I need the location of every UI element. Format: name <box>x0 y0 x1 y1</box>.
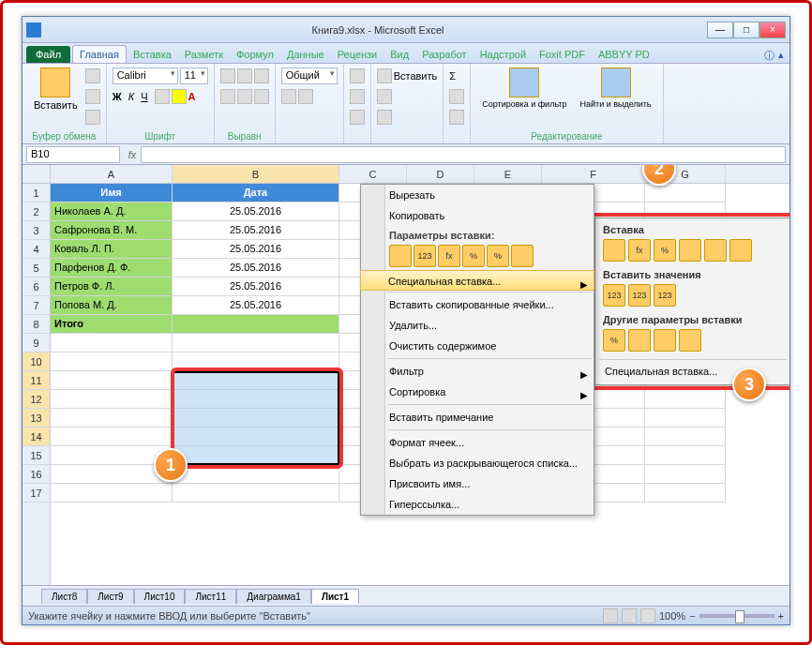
ctx-insert-comment[interactable]: Вставить примечание <box>361 407 594 428</box>
row-header[interactable]: 11 <box>23 371 50 390</box>
cut-icon[interactable] <box>85 68 100 83</box>
row-header[interactable]: 5 <box>23 259 50 278</box>
cell[interactable]: Парфенов Д. Ф. <box>51 259 173 278</box>
cell[interactable]: Попова М. Д. <box>51 296 173 315</box>
fill-icon[interactable] <box>449 89 464 104</box>
sheet-tab[interactable]: Лист9 <box>87 589 133 604</box>
percent-icon[interactable] <box>298 89 313 104</box>
find-select-button[interactable]: Найти и выделить <box>575 66 657 111</box>
submenu-other-icon[interactable]: % <box>603 329 625 352</box>
submenu-other-icon[interactable] <box>628 329 651 352</box>
submenu-values-icon[interactable]: 123 <box>654 284 676 307</box>
cell[interactable]: Николаев А. Д. <box>51 202 173 221</box>
cells-area[interactable]: ИмяДата Николаев А. Д.25.05.2016 Сафроно… <box>51 184 789 585</box>
file-tab[interactable]: Файл <box>26 46 70 63</box>
submenu-paste-icon[interactable] <box>603 239 625 262</box>
ctx-clear[interactable]: Очистить содержимое <box>361 336 594 356</box>
total-cell[interactable]: Итого <box>51 315 173 334</box>
copy-icon[interactable] <box>85 89 100 104</box>
cell[interactable]: 25.05.2016 <box>173 259 339 278</box>
cell[interactable]: Сафронова В. М. <box>51 221 173 240</box>
row-header[interactable]: 9 <box>23 334 50 352</box>
cell[interactable]: 25.05.2016 <box>173 278 339 296</box>
ctx-format-cells[interactable]: Формат ячеек... <box>361 432 594 453</box>
tab-developer[interactable]: Разработ <box>415 46 473 63</box>
view-normal-icon[interactable] <box>603 608 618 623</box>
cell[interactable]: 25.05.2016 <box>173 240 339 259</box>
ctx-define-name[interactable]: Присвоить имя... <box>361 473 594 494</box>
paste-option-icon[interactable]: 123 <box>414 245 436 267</box>
insert-cells-icon[interactable] <box>377 68 392 83</box>
zoom-slider[interactable] <box>699 614 774 618</box>
sheet-tab[interactable]: Лист11 <box>185 589 236 604</box>
sort-filter-button[interactable]: Сортировка и фильтр <box>476 66 572 111</box>
header-name[interactable]: Имя <box>51 184 173 202</box>
paste-option-icon[interactable]: % <box>462 245 485 267</box>
italic-button[interactable]: К <box>128 91 134 102</box>
row-header[interactable]: 8 <box>23 315 50 334</box>
sheet-tab-active[interactable]: Лист1 <box>311 589 359 604</box>
ribbon-minimize-icon[interactable]: ▴ <box>778 49 784 63</box>
tab-data[interactable]: Данные <box>280 46 331 63</box>
row-header[interactable]: 17 <box>23 484 50 502</box>
cell[interactable]: Коваль Л. П. <box>51 240 173 259</box>
col-header-b[interactable]: B <box>173 165 339 183</box>
underline-button[interactable]: Ч <box>141 91 147 102</box>
paste-option-icon[interactable] <box>389 245 412 267</box>
paste-button[interactable]: Вставить <box>28 66 83 128</box>
align-middle-icon[interactable] <box>237 68 252 83</box>
font-size-combo[interactable]: 11 <box>180 68 208 84</box>
zoom-in-button[interactable]: + <box>778 610 784 622</box>
cell[interactable]: 25.05.2016 <box>173 296 339 315</box>
maximize-button[interactable]: □ <box>733 22 759 38</box>
number-format-combo[interactable]: Общий <box>281 68 338 84</box>
col-header-e[interactable]: E <box>474 165 542 183</box>
paste-option-icon[interactable]: % <box>487 245 509 267</box>
ctx-hyperlink[interactable]: Гиперссылка... <box>361 494 594 515</box>
autosum-icon[interactable]: Σ <box>449 70 456 82</box>
font-color-button[interactable]: A <box>188 91 196 102</box>
cell[interactable]: Петров Ф. Л. <box>51 278 173 296</box>
fill-color-button[interactable] <box>172 89 187 104</box>
row-header[interactable]: 1 <box>23 184 50 202</box>
view-layout-icon[interactable] <box>622 608 637 623</box>
submenu-paste-icon[interactable]: % <box>654 239 676 262</box>
tab-layout[interactable]: Разметк <box>178 46 230 63</box>
tab-formulas[interactable]: Формул <box>230 46 280 63</box>
col-header-d[interactable]: D <box>407 165 474 183</box>
bold-button[interactable]: Ж <box>113 91 122 102</box>
row-header[interactable]: 7 <box>23 296 50 315</box>
ctx-cut[interactable]: Вырезать <box>361 185 594 205</box>
tab-addins[interactable]: Надстрой <box>474 46 533 63</box>
tab-abbyy[interactable]: ABBYY PD <box>592 46 656 63</box>
sheet-tab[interactable]: Диаграмма1 <box>236 589 311 604</box>
submenu-other-icon[interactable] <box>654 329 676 352</box>
border-button[interactable] <box>155 89 170 104</box>
table-format-icon[interactable] <box>350 89 365 104</box>
tab-home[interactable]: Главная <box>72 45 127 63</box>
view-break-icon[interactable] <box>640 608 655 623</box>
sheet-tab[interactable]: Лист8 <box>41 589 87 604</box>
tab-review[interactable]: Рецензи <box>331 46 384 63</box>
format-cells-icon[interactable] <box>377 110 392 125</box>
row-header[interactable]: 15 <box>23 446 50 465</box>
ctx-filter[interactable]: Фильтр▶ <box>361 361 594 382</box>
font-family-combo[interactable]: Calibri <box>113 68 178 84</box>
delete-cells-icon[interactable] <box>377 89 392 104</box>
clear-icon[interactable] <box>449 110 464 125</box>
row-header[interactable]: 12 <box>23 390 50 409</box>
fx-icon[interactable]: fx <box>124 149 141 160</box>
row-header[interactable]: 2 <box>23 202 50 221</box>
submenu-paste-icon[interactable] <box>679 239 701 262</box>
submenu-paste-icon[interactable] <box>704 239 727 262</box>
align-center-icon[interactable] <box>237 89 252 104</box>
name-box[interactable]: B10 <box>26 146 120 163</box>
cell[interactable]: 25.05.2016 <box>173 202 339 221</box>
zoom-out-button[interactable]: − <box>689 610 695 622</box>
row-header[interactable]: 4 <box>23 240 50 259</box>
minimize-button[interactable]: — <box>707 22 733 38</box>
col-header-c[interactable]: C <box>339 165 407 183</box>
row-header[interactable]: 6 <box>23 278 50 296</box>
row-header[interactable]: 14 <box>23 428 50 446</box>
close-button[interactable]: × <box>759 22 786 38</box>
